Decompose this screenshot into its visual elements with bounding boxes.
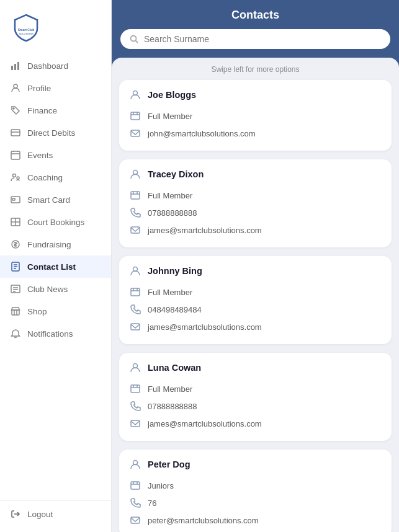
svg-text:Smart Club: Smart Club: [18, 28, 35, 32]
membership-row: Full Member: [129, 283, 382, 301]
contact-name: Joe Bloggs: [148, 90, 196, 100]
logout-button[interactable]: Logout: [10, 508, 101, 520]
phone-value: 76: [148, 499, 156, 508]
contact-card-johnny-bing[interactable]: Johnny Bing Full Member 048498489484 jam…: [119, 256, 392, 344]
page-header: Contacts: [112, 0, 399, 29]
membership-icon: [129, 383, 141, 395]
membership-icon: [129, 286, 141, 298]
svg-rect-47: [131, 420, 140, 427]
sidebar-item-smart-card[interactable]: Smart Card: [0, 188, 111, 211]
email-row: james@smartclubsolutions.com: [129, 415, 382, 432]
search-bar-area: [112, 29, 399, 58]
email-row: james@smartclubsolutions.com: [129, 318, 382, 335]
bell-icon: [10, 328, 21, 339]
contact-card-luna-cowan[interactable]: Luna Cowan Full Member 07888888888 james…: [119, 353, 392, 441]
svg-rect-4: [14, 64, 16, 70]
svg-rect-49: [131, 482, 140, 489]
svg-line-35: [136, 41, 138, 43]
search-input[interactable]: [144, 34, 382, 44]
svg-text:SOLUTIONS: SOLUTIONS: [19, 32, 33, 35]
email-value: james@smartclubsolutions.com: [148, 419, 262, 428]
logout-icon: [10, 508, 21, 520]
phone-icon: [129, 206, 141, 219]
search-icon: [129, 34, 139, 44]
bar-chart-icon: [10, 60, 21, 71]
contact-card-tracey-dixon[interactable]: Tracey Dixon Full Member 07888888888 jam…: [119, 159, 392, 247]
membership-row: Full Member: [129, 107, 382, 125]
phone-icon: [129, 303, 141, 316]
coaching-icon: [10, 172, 21, 183]
svg-rect-40: [131, 192, 140, 199]
calendar-icon: [10, 149, 21, 161]
main-content: Contacts Swipe left for more options Joe…: [112, 0, 399, 532]
sidebar-item-profile[interactable]: Profile: [0, 77, 111, 99]
membership-icon: [129, 110, 141, 122]
svg-rect-44: [131, 324, 140, 330]
swipe-hint: Swipe left for more options: [119, 58, 392, 80]
svg-rect-46: [131, 385, 140, 392]
sidebar-item-dashboard[interactable]: Dashboard: [0, 55, 111, 77]
sidebar-item-direct-debits-label: Direct Debits: [27, 128, 75, 138]
svg-rect-5: [17, 62, 19, 70]
person-icon: [129, 265, 141, 277]
sidebar-item-coaching-label: Coaching: [27, 173, 63, 182]
phone-value: 07888888888: [148, 402, 197, 411]
person-icon: [129, 168, 141, 180]
svg-rect-3: [11, 66, 13, 70]
contact-card-joe-bloggs[interactable]: Joe Bloggs Full Member john@smartclubsol…: [119, 80, 392, 151]
svg-point-34: [131, 36, 137, 42]
court-icon: [10, 216, 21, 228]
contact-name-row: Johnny Bing: [129, 265, 382, 277]
sidebar-item-events-label: Events: [27, 151, 53, 160]
membership-value: Juniors: [148, 481, 174, 490]
svg-point-6: [14, 84, 17, 88]
sidebar-item-coaching[interactable]: Coaching: [0, 166, 111, 188]
contact-name-row: Tracey Dixon: [129, 168, 382, 180]
svg-rect-43: [131, 288, 140, 296]
sidebar-nav: Dashboard Profile Finance Direct Debits: [0, 52, 111, 500]
sidebar-item-court-bookings[interactable]: Court Bookings: [0, 211, 111, 233]
membership-value: Full Member: [148, 384, 192, 394]
contact-icon: [10, 261, 21, 272]
search-bar: [120, 29, 390, 49]
svg-point-15: [17, 177, 19, 179]
sidebar: Smart Club SOLUTIONS Dashboard Profile F…: [0, 0, 112, 532]
app-logo: Smart Club SOLUTIONS: [10, 11, 42, 43]
membership-value: Full Member: [148, 191, 192, 200]
sidebar-item-events[interactable]: Events: [0, 144, 111, 166]
svg-rect-30: [12, 310, 19, 315]
email-icon: [129, 321, 141, 333]
sidebar-item-shop[interactable]: Shop: [0, 300, 111, 322]
sidebar-item-notifications[interactable]: Notifications: [0, 322, 111, 345]
card-icon: [10, 127, 21, 138]
phone-value: 048498489484: [148, 305, 202, 314]
contact-name-row: Luna Cowan: [129, 361, 382, 374]
svg-rect-41: [131, 227, 140, 233]
sidebar-item-fundraising-label: Fundraising: [27, 240, 71, 249]
svg-rect-37: [131, 112, 140, 120]
sidebar-item-shop-label: Shop: [27, 307, 47, 316]
contacts-list-area: Swipe left for more options Joe Bloggs F…: [112, 58, 399, 532]
sidebar-item-fundraising[interactable]: Fundraising: [0, 233, 111, 255]
svg-point-14: [13, 174, 16, 177]
email-icon: [129, 224, 141, 236]
sidebar-item-finance[interactable]: Finance: [0, 99, 111, 122]
email-value: james@smartclubsolutions.com: [148, 322, 262, 332]
membership-value: Full Member: [148, 288, 192, 297]
page-title: Contacts: [122, 9, 389, 22]
membership-value: Full Member: [148, 112, 192, 121]
contact-card-peter-dog[interactable]: Peter Dog Juniors 76 peter@smartclubsolu…: [119, 450, 392, 532]
sidebar-item-profile-label: Profile: [27, 84, 51, 93]
sidebar-item-direct-debits[interactable]: Direct Debits: [0, 122, 111, 144]
sidebar-bottom: Logout: [0, 500, 111, 532]
sidebar-item-dashboard-label: Dashboard: [27, 61, 68, 71]
sidebar-item-contact-list[interactable]: Contact List: [0, 255, 111, 278]
tag-icon: [10, 105, 21, 116]
sidebar-item-court-bookings-label: Court Bookings: [27, 218, 84, 227]
email-value: peter@smartclubsolutions.com: [148, 516, 259, 525]
phone-icon: [129, 400, 141, 412]
email-row: john@smartclubsolutions.com: [129, 125, 382, 142]
sidebar-item-club-news[interactable]: Club News: [0, 278, 111, 300]
svg-rect-38: [131, 130, 140, 136]
membership-row: Juniors: [129, 477, 382, 494]
